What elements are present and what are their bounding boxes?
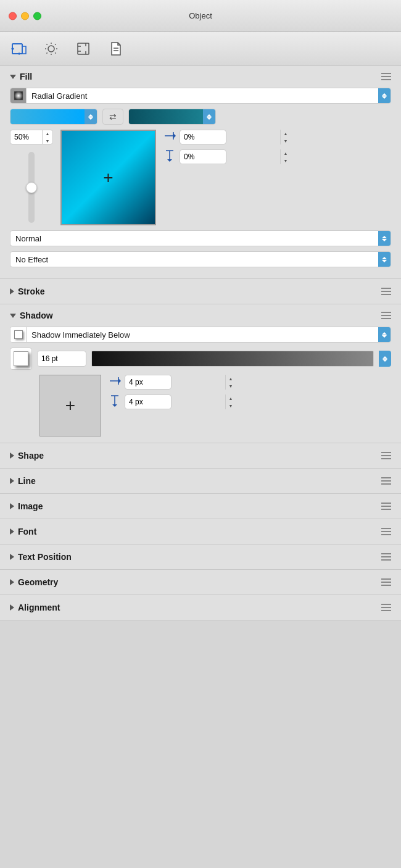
offset-y-input[interactable] (180, 152, 280, 161)
shadow-offset-y-row: ▲ ▼ (109, 394, 172, 409)
alignment-menu-icon[interactable] (381, 604, 391, 611)
shadow-offset-x-row: ▲ ▼ (109, 375, 172, 390)
offset-x-input[interactable] (180, 133, 280, 141)
offset-y-field[interactable]: ▲ ▼ (180, 149, 226, 164)
shadow-preview-area: + ▲ ▼ (10, 375, 391, 436)
blend-mode-select[interactable]: Normal (10, 230, 391, 246)
image-section-header[interactable]: Image (10, 501, 43, 511)
shadow-size-row: ▲ ▼ (10, 348, 391, 370)
color-swatch-right[interactable] (128, 109, 216, 125)
opacity-input[interactable] (10, 133, 42, 141)
offset-x-row: ▲ ▼ (163, 130, 226, 144)
text-position-section: Text Position (0, 545, 401, 570)
shadow-offset-y-stepper[interactable]: ▲ ▼ (225, 394, 236, 409)
shadow-section: Shadow Shadow Immediately Below (0, 304, 401, 443)
shadow-offset-y-up[interactable]: ▲ (226, 394, 236, 402)
gradient-area: ▲ ▼ + (10, 130, 391, 225)
stroke-collapse-arrow (10, 288, 14, 294)
opacity-down[interactable]: ▼ (43, 137, 52, 144)
image-menu-icon[interactable] (381, 503, 391, 510)
geometry-section-header[interactable]: Geometry (10, 577, 58, 587)
shadow-collapse-arrow (10, 314, 16, 318)
image-collapse-arrow (10, 503, 14, 509)
panel: Fill (0, 65, 401, 620)
settings-tool-icon[interactable] (41, 38, 62, 59)
shape-menu-icon[interactable] (381, 452, 391, 459)
minimize-button[interactable] (21, 12, 29, 20)
font-section-header[interactable]: Font (10, 527, 36, 536)
color-swatch-left[interactable] (10, 109, 97, 125)
shadow-offset-y-input[interactable] (125, 398, 225, 406)
object-tool-icon[interactable] (9, 38, 30, 59)
fill-type-select[interactable]: Radial Gradient (10, 88, 391, 104)
svg-marker-11 (167, 159, 172, 162)
fill-title: Fill (20, 72, 32, 81)
offset-y-down[interactable]: ▼ (281, 157, 291, 164)
shadow-crosshair-icon: + (65, 397, 75, 414)
shadow-offset-y-down[interactable]: ▼ (226, 402, 236, 409)
geometry-section: Geometry (0, 570, 401, 595)
stroke-menu-icon[interactable] (381, 288, 391, 295)
document-tool-icon[interactable] (105, 38, 126, 59)
text-position-menu-icon[interactable] (381, 553, 391, 561)
opacity-up[interactable]: ▲ (43, 130, 52, 137)
shadow-type-stepper[interactable] (378, 327, 391, 343)
fill-type-stepper[interactable] (378, 88, 391, 104)
offset-x-icon (163, 131, 176, 143)
color-left-stepper[interactable] (85, 109, 97, 124)
effect-stepper[interactable] (378, 251, 391, 267)
font-title: Font (18, 527, 36, 536)
shadow-gradient-stepper[interactable] (379, 351, 391, 367)
opacity-vertical-slider[interactable] (28, 152, 35, 223)
fill-type-label: Radial Gradient (27, 91, 378, 101)
opacity-stepper[interactable]: ▲ ▼ (42, 130, 52, 144)
font-menu-icon[interactable] (381, 528, 391, 535)
line-menu-icon[interactable] (381, 477, 391, 485)
color-row: ⇄ (10, 109, 391, 125)
shadow-size-field[interactable]: ▲ ▼ (37, 351, 86, 367)
alignment-collapse-arrow (10, 604, 14, 611)
offset-y-up[interactable]: ▲ (281, 149, 291, 157)
opacity-field[interactable]: ▲ ▼ (10, 130, 53, 144)
offset-x-down[interactable]: ▼ (281, 137, 291, 144)
swap-button[interactable]: ⇄ (102, 109, 123, 125)
stroke-section-header[interactable]: Stroke (10, 286, 45, 296)
fill-menu-icon[interactable] (381, 73, 391, 80)
slider-thumb[interactable] (26, 182, 37, 193)
shadow-type-select[interactable]: Shadow Immediately Below (10, 327, 391, 343)
shadow-offset-y-field[interactable]: ▲ ▼ (125, 394, 172, 409)
blend-mode-label: Normal (10, 234, 378, 243)
offset-x-field[interactable]: ▲ ▼ (180, 130, 226, 144)
shadow-section-header[interactable]: Shadow (10, 311, 391, 320)
opacity-slider-container: ▲ ▼ (10, 130, 53, 223)
maximize-button[interactable] (33, 12, 41, 20)
shadow-offset-x-field[interactable]: ▲ ▼ (125, 375, 172, 390)
stroke-title: Stroke (18, 286, 45, 296)
shadow-title: Shadow (20, 311, 53, 320)
effect-select[interactable]: No Effect (10, 251, 391, 267)
shadow-offset-x-down[interactable]: ▼ (226, 382, 236, 390)
fill-type-icon (10, 88, 27, 104)
offset-x-stepper[interactable]: ▲ ▼ (280, 130, 291, 144)
offset-x-up[interactable]: ▲ (281, 130, 291, 137)
shadow-offset-x-input[interactable] (125, 378, 225, 386)
shadow-offset-x-stepper[interactable]: ▲ ▼ (225, 375, 236, 390)
shape-section-header[interactable]: Shape (10, 451, 44, 461)
color-right-stepper[interactable] (203, 109, 215, 124)
alignment-section: Alignment (0, 595, 401, 620)
shadow-type-label: Shadow Immediately Below (27, 330, 378, 340)
shadow-menu-icon[interactable] (381, 312, 391, 319)
line-section-header[interactable]: Line (10, 476, 36, 486)
geometry-menu-icon[interactable] (381, 578, 391, 586)
shape-title: Shape (18, 451, 44, 461)
line-section: Line (0, 469, 401, 494)
text-position-section-header[interactable]: Text Position (10, 552, 72, 562)
alignment-section-header[interactable]: Alignment (10, 603, 60, 612)
close-button[interactable] (9, 12, 17, 20)
fill-section-header[interactable]: Fill (10, 72, 391, 81)
offset-y-stepper[interactable]: ▲ ▼ (280, 149, 291, 164)
frame-tool-icon[interactable] (73, 38, 94, 59)
color-blue-swatch (10, 109, 85, 124)
blend-mode-stepper[interactable] (378, 230, 391, 246)
shadow-offset-x-up[interactable]: ▲ (226, 375, 236, 382)
